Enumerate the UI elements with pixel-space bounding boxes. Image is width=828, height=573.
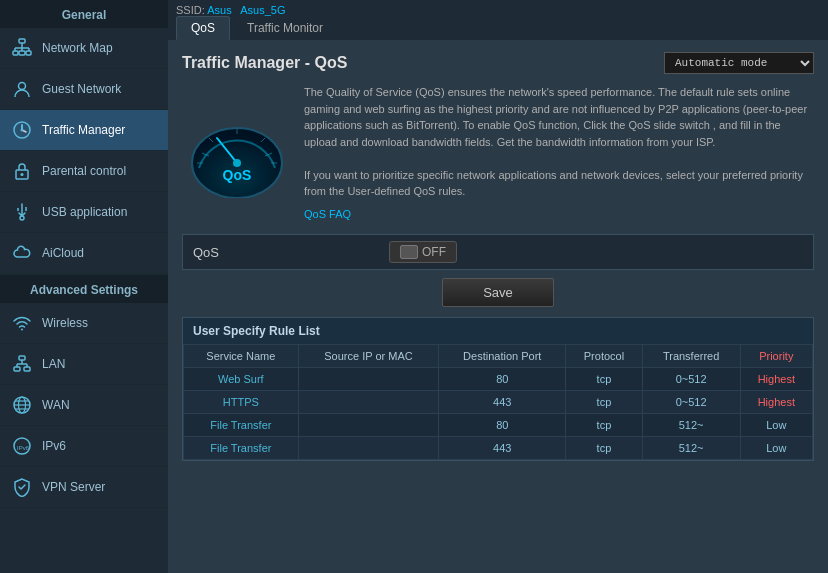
table-row: File Transfer 80 tcp 512~ Low (184, 414, 813, 437)
cell-source (298, 368, 439, 391)
lan-icon (10, 352, 34, 376)
ssid-name2[interactable]: Asus_5G (240, 4, 285, 16)
cell-source (298, 414, 439, 437)
usb-icon (10, 200, 34, 224)
sidebar-item-network-map[interactable]: Network Map (0, 28, 168, 69)
mode-select[interactable]: Automatic mode (664, 52, 814, 74)
qos-gauge: QoS (182, 84, 292, 222)
svg-rect-20 (24, 367, 30, 371)
cloud-icon (10, 241, 34, 265)
advanced-section-title: Advanced Settings (0, 274, 168, 303)
vpn-server-label: VPN Server (42, 480, 105, 494)
col-source-ip: Source IP or MAC (298, 345, 439, 368)
svg-point-13 (21, 173, 24, 176)
sidebar-item-lan[interactable]: LAN (0, 344, 168, 385)
svg-rect-3 (26, 51, 31, 55)
svg-text:QoS: QoS (223, 167, 252, 183)
cell-priority: Low (740, 437, 812, 460)
wireless-label: Wireless (42, 316, 88, 330)
tab-qos[interactable]: QoS (176, 16, 230, 40)
svg-rect-1 (13, 51, 18, 55)
tab-traffic-monitor[interactable]: Traffic Monitor (232, 16, 338, 40)
svg-text:IPv6: IPv6 (17, 445, 30, 451)
rule-table: Service Name Source IP or MAC Destinatio… (183, 344, 813, 460)
sidebar-item-usb-application[interactable]: USB application (0, 192, 168, 233)
cell-service: File Transfer (184, 414, 299, 437)
cell-transferred: 0~512 (642, 391, 740, 414)
usb-application-label: USB application (42, 205, 127, 219)
svg-rect-19 (14, 367, 20, 371)
save-button[interactable]: Save (442, 278, 554, 307)
col-service-name: Service Name (184, 345, 299, 368)
qos-faq-link[interactable]: QoS FAQ (304, 206, 814, 223)
qos-toggle-row: QoS OFF (182, 234, 814, 270)
info-text-block: The Quality of Service (QoS) ensures the… (304, 84, 814, 222)
parental-control-label: Parental control (42, 164, 126, 178)
sidebar: General Network Map Guest Ne (0, 0, 168, 573)
lock-icon (10, 159, 34, 183)
svg-point-17 (21, 329, 23, 331)
cell-service: File Transfer (184, 437, 299, 460)
cell-transferred: 0~512 (642, 368, 740, 391)
svg-point-14 (20, 216, 24, 220)
mode-select-wrap: Automatic mode (664, 52, 814, 74)
sidebar-item-wireless[interactable]: Wireless (0, 303, 168, 344)
ssid-name1[interactable]: Asus (207, 4, 231, 16)
rule-list-header: User Specify Rule List (183, 318, 813, 344)
rule-list-section: User Specify Rule List Service Name Sour… (182, 317, 814, 461)
qos-row-label: QoS (193, 245, 373, 260)
cell-priority: Highest (740, 368, 812, 391)
ssid-bar: SSID: Asus Asus_5G (168, 0, 828, 16)
cell-dest-port: 80 (439, 414, 566, 437)
svg-point-9 (19, 83, 26, 90)
cell-dest-port: 443 (439, 437, 566, 460)
svg-point-11 (21, 129, 24, 132)
cell-priority: Highest (740, 391, 812, 414)
sidebar-item-parental-control[interactable]: Parental control (0, 151, 168, 192)
col-transferred: Transferred (642, 345, 740, 368)
sidebar-item-wan[interactable]: WAN (0, 385, 168, 426)
cell-protocol: tcp (566, 391, 642, 414)
toggle-state-label: OFF (422, 245, 446, 259)
general-section-title: General (0, 0, 168, 28)
save-button-wrap: Save (182, 278, 814, 307)
table-row: File Transfer 443 tcp 512~ Low (184, 437, 813, 460)
col-protocol: Protocol (566, 345, 642, 368)
lan-label: LAN (42, 357, 65, 371)
info-section: QoS The Quality of Service (QoS) ensures… (182, 84, 814, 222)
svg-rect-2 (19, 51, 25, 55)
cell-transferred: 512~ (642, 437, 740, 460)
ssid-label: SSID: (176, 4, 205, 16)
network-icon (10, 36, 34, 60)
content-area: Traffic Manager - QoS Automatic mode (168, 40, 828, 573)
cell-dest-port: 443 (439, 391, 566, 414)
traffic-icon (10, 118, 34, 142)
wifi-icon (10, 311, 34, 335)
col-priority: Priority (740, 345, 812, 368)
wan-icon (10, 393, 34, 417)
wan-label: WAN (42, 398, 70, 412)
tab-bar: QoS Traffic Monitor (168, 16, 828, 40)
traffic-manager-label: Traffic Manager (42, 123, 125, 137)
sidebar-item-guest-network[interactable]: Guest Network (0, 69, 168, 110)
cell-protocol: tcp (566, 414, 642, 437)
info-paragraph2: If you want to prioritize specific netwo… (304, 169, 803, 198)
page-title: Traffic Manager - QoS (182, 54, 347, 72)
cell-dest-port: 80 (439, 368, 566, 391)
table-row: HTTPS 443 tcp 0~512 Highest (184, 391, 813, 414)
cell-priority: Low (740, 414, 812, 437)
sidebar-item-vpn-server[interactable]: VPN Server (0, 467, 168, 508)
svg-rect-18 (19, 356, 25, 360)
col-dest-port: Destination Port (439, 345, 566, 368)
main-panel: SSID: Asus Asus_5G QoS Traffic Monitor T… (168, 0, 828, 573)
cell-service: Web Surf (184, 368, 299, 391)
qos-toggle-switch[interactable]: OFF (389, 241, 457, 263)
guest-network-label: Guest Network (42, 82, 121, 96)
sidebar-item-aicloud[interactable]: AiCloud (0, 233, 168, 274)
vpn-icon (10, 475, 34, 499)
ipv6-label: IPv6 (42, 439, 66, 453)
sidebar-item-traffic-manager[interactable]: Traffic Manager (0, 110, 168, 151)
sidebar-item-ipv6[interactable]: IPv6 IPv6 (0, 426, 168, 467)
svg-point-39 (233, 159, 241, 167)
cell-source (298, 437, 439, 460)
